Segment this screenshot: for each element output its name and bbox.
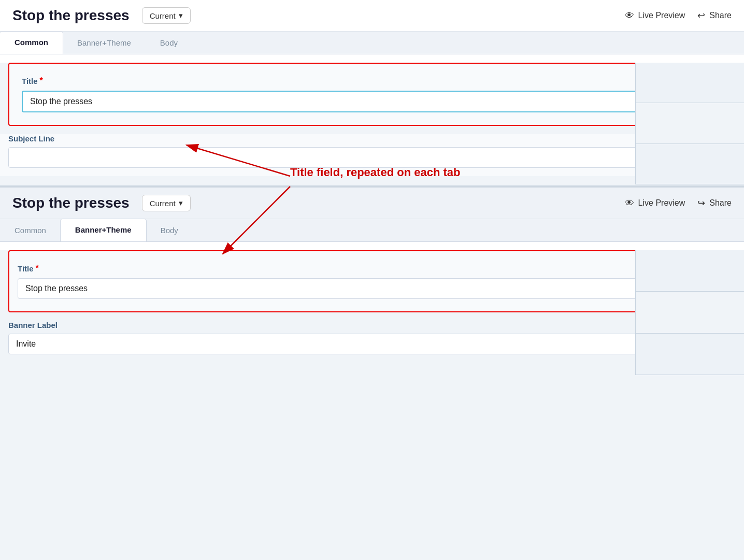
bottom-tabs-bar: Common Banner+Theme Body <box>0 219 744 242</box>
required-star: * <box>40 76 43 85</box>
bottom-right-sidebar <box>635 250 744 375</box>
page-title: Stop the presses <box>12 7 130 24</box>
version-label: Current <box>150 11 176 20</box>
page-container: Stop the presses Current ▾ 👁 Live Previe… <box>0 0 744 375</box>
bottom-live-preview-label: Live Preview <box>638 198 685 208</box>
top-panel-header: Stop the presses Current ▾ 👁 Live Previe… <box>0 0 744 32</box>
tab-banner-theme-top[interactable]: Banner+Theme <box>63 32 146 54</box>
title-field-label: Title * <box>22 76 722 85</box>
bottom-share-button[interactable]: ↪ Share <box>697 197 732 209</box>
header-actions: 👁 Live Preview ↪ Share <box>625 10 732 21</box>
top-right-sidebar <box>635 63 744 184</box>
eye-icon: 👁 <box>625 10 634 21</box>
bottom-required-star: * <box>36 264 39 273</box>
bottom-title-field-label: Title * <box>18 264 726 273</box>
bottom-eye-icon: 👁 <box>625 198 634 209</box>
tab-banner-theme-bottom[interactable]: Banner+Theme <box>61 219 146 241</box>
bottom-title-section: Title * <box>8 250 736 312</box>
bottom-header-actions: 👁 Live Preview ↪ Share <box>625 197 732 209</box>
chevron-down-icon: ▾ <box>179 11 183 20</box>
top-title-section: Title * <box>8 63 736 126</box>
top-panel: Stop the presses Current ▾ 👁 Live Previe… <box>0 0 744 184</box>
title-input-bottom[interactable] <box>18 278 726 299</box>
live-preview-label: Live Preview <box>638 11 685 20</box>
bottom-panel-content: Title * Banner Label <box>0 250 744 375</box>
tab-body-top[interactable]: Body <box>146 32 192 54</box>
live-preview-button[interactable]: 👁 Live Preview <box>625 10 685 21</box>
subject-input[interactable] <box>8 147 736 168</box>
top-panel-content: Title * Subject Line <box>0 63 744 184</box>
share-label: Share <box>709 11 732 20</box>
tab-common-top[interactable]: Common <box>0 32 63 54</box>
title-input-top[interactable] <box>22 91 722 112</box>
bottom-sidebar-hint-3 <box>636 334 744 375</box>
share-button[interactable]: ↪ Share <box>697 10 732 21</box>
bottom-page-title: Stop the presses <box>12 195 130 211</box>
bottom-version-dropdown[interactable]: Current ▾ <box>142 195 191 211</box>
bottom-panel: Stop the presses Current ▾ 👁 Live Previe… <box>0 185 744 375</box>
tab-common-bottom[interactable]: Common <box>0 219 61 241</box>
subject-section: Subject Line <box>0 134 744 176</box>
version-dropdown[interactable]: Current ▾ <box>142 7 191 24</box>
sidebar-hint-1 <box>636 63 744 103</box>
bottom-version-label: Current <box>150 199 176 208</box>
sidebar-hint-2 <box>636 103 744 143</box>
share-icon: ↪ <box>697 10 705 21</box>
top-tabs-bar: Common Banner+Theme Body <box>0 32 744 54</box>
bottom-live-preview-button[interactable]: 👁 Live Preview <box>625 198 685 209</box>
banner-label-heading: Banner Label <box>8 321 736 329</box>
bottom-chevron-down-icon: ▾ <box>179 198 183 208</box>
bottom-panel-header: Stop the presses Current ▾ 👁 Live Previe… <box>0 188 744 219</box>
sidebar-hint-3 <box>636 144 744 184</box>
bottom-sidebar-hint-1 <box>636 250 744 292</box>
banner-label-section: Banner Label <box>0 321 744 367</box>
bottom-share-icon: ↪ <box>697 197 705 209</box>
bottom-share-label: Share <box>709 198 732 208</box>
banner-label-input[interactable] <box>8 334 736 354</box>
subject-label: Subject Line <box>8 134 736 143</box>
bottom-sidebar-hint-2 <box>636 292 744 333</box>
tab-body-bottom[interactable]: Body <box>146 219 193 241</box>
